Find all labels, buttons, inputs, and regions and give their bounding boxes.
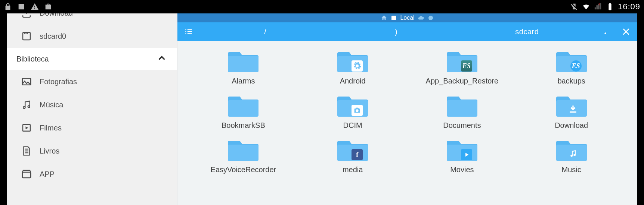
- chevron-up-icon: [156, 53, 167, 66]
- sidebar: Download sdcard0 Biblioteca Fotografias …: [7, 13, 177, 205]
- folder-name: backups: [557, 77, 585, 85]
- folder-overlay-icon: [352, 105, 363, 116]
- folder-icon: [227, 137, 259, 162]
- folder-grid: Alarms Android ES App_Backup_Restore ES: [177, 41, 637, 205]
- folder-overlay-icon: f: [352, 149, 363, 160]
- svg-rect-6: [22, 172, 31, 178]
- view-list-button[interactable]: [177, 22, 200, 41]
- svg-rect-9: [228, 56, 258, 72]
- statusbar-clock: 16:09: [618, 2, 640, 12]
- folder-name: Download: [555, 121, 588, 130]
- sidebar-label: Filmes: [40, 124, 62, 132]
- warning-icon: [31, 3, 39, 11]
- cloud-icon: [418, 15, 424, 21]
- sidebar-label: Livros: [40, 147, 59, 155]
- folder-name: DCIM: [343, 121, 362, 130]
- sidebar-item-fotografias[interactable]: Fotografias: [7, 70, 177, 93]
- folder-icon: [446, 93, 478, 117]
- sidebar-item-livros[interactable]: Livros: [7, 139, 177, 163]
- folder-item[interactable]: Android: [302, 48, 404, 85]
- folder-icon: [227, 93, 259, 117]
- sidebar-label: Fotografias: [40, 78, 77, 86]
- wifi-icon: [582, 3, 590, 11]
- section-label: Biblioteca: [16, 55, 49, 63]
- folder-name: EasyVoiceRecorder: [211, 165, 276, 174]
- folder-item[interactable]: Download: [520, 93, 622, 130]
- svg-rect-0: [599, 3, 600, 6]
- location-label: Local: [400, 15, 414, 21]
- svg-point-4: [28, 106, 30, 108]
- folder-item[interactable]: EasyVoiceRecorder: [192, 137, 294, 174]
- image-icon: [17, 3, 25, 11]
- sidebar-item-download[interactable]: Download: [7, 13, 177, 25]
- sidebar-item-filmes[interactable]: Filmes: [7, 116, 177, 139]
- breadcrumb-sep: ): [331, 28, 461, 36]
- svg-rect-13: [228, 100, 258, 117]
- folder-name: Movies: [450, 165, 474, 174]
- sidebar-item-app[interactable]: APP: [7, 163, 177, 186]
- svg-rect-7: [391, 16, 396, 20]
- android-statusbar: 16:09: [0, 0, 644, 13]
- briefcase-icon: [44, 3, 52, 11]
- breadcrumb-root[interactable]: /: [200, 28, 331, 36]
- location-strip[interactable]: Local: [177, 13, 637, 22]
- battery-icon: [606, 3, 614, 11]
- breadcrumb-current[interactable]: sdcard: [462, 28, 592, 36]
- folder-item[interactable]: f media: [302, 137, 404, 174]
- path-toolbar: / ) sdcard: [177, 22, 637, 41]
- folder-overlay-icon: [461, 149, 472, 160]
- svg-rect-17: [228, 145, 258, 161]
- window-resize-button[interactable]: [592, 29, 615, 35]
- file-manager-window: Download sdcard0 Biblioteca Fotografias …: [7, 13, 637, 205]
- folder-item[interactable]: Music: [520, 137, 622, 174]
- folder-name: BookmarkSB: [222, 121, 265, 130]
- folder-item[interactable]: ES backups: [520, 48, 622, 85]
- net-icon: [427, 15, 434, 21]
- folder-item[interactable]: Alarms: [192, 48, 294, 85]
- folder-name: Android: [340, 77, 366, 85]
- folder-item[interactable]: Movies: [411, 137, 513, 174]
- folder-name: Alarms: [232, 77, 255, 85]
- sidebar-item-sdcard0[interactable]: sdcard0: [7, 25, 177, 48]
- sidebar-label: APP: [40, 170, 55, 179]
- sidebar-label: Música: [40, 101, 63, 109]
- folder-overlay-icon: [567, 103, 579, 114]
- svg-rect-15: [447, 100, 477, 117]
- close-button[interactable]: [615, 27, 637, 37]
- signal-icon: [594, 3, 602, 11]
- sidebar-section-biblioteca[interactable]: Biblioteca: [7, 48, 177, 70]
- home-icon: [381, 15, 387, 21]
- svg-point-8: [428, 16, 433, 20]
- sidebar-item-musica[interactable]: Música: [7, 93, 177, 116]
- folder-overlay-icon: ES: [570, 60, 582, 72]
- folder-item[interactable]: ES App_Backup_Restore: [411, 48, 513, 85]
- folder-item[interactable]: Documents: [411, 93, 513, 130]
- folder-item[interactable]: DCIM: [302, 93, 404, 130]
- vibrate-icon: [570, 3, 578, 11]
- folder-icon: [227, 48, 259, 73]
- sidebar-label: sdcard0: [40, 32, 66, 41]
- folder-overlay-icon: [352, 60, 363, 72]
- folder-name: Music: [562, 165, 581, 174]
- folder-overlay-icon: ES: [461, 60, 472, 72]
- folder-name: App_Backup_Restore: [426, 77, 499, 85]
- svg-point-3: [23, 107, 25, 108]
- sidebar-label: Download: [40, 13, 73, 18]
- content-pane: Local / ) sdcard: [177, 13, 637, 205]
- folder-name: media: [343, 165, 363, 174]
- folder-name: Documents: [443, 121, 481, 130]
- sd-icon: [390, 15, 397, 21]
- folder-item[interactable]: BookmarkSB: [192, 93, 294, 130]
- folder-overlay-icon: [567, 148, 579, 159]
- lock-icon: [4, 3, 12, 11]
